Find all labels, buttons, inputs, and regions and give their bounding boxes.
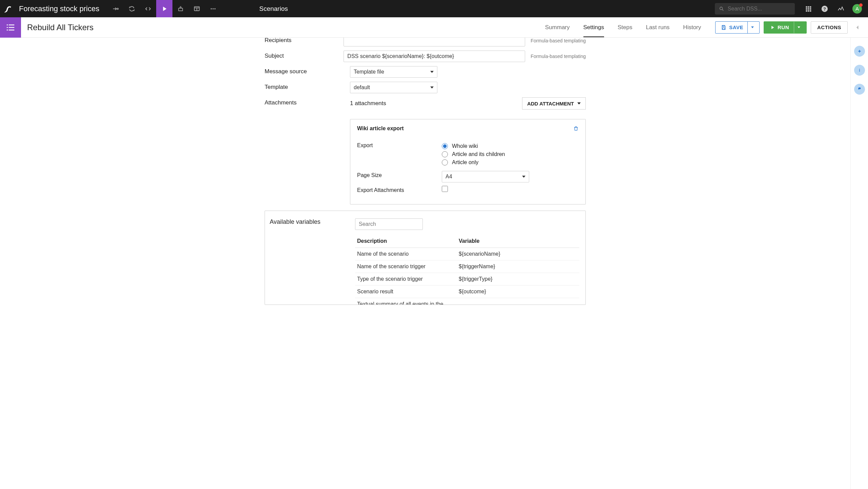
actions-button-label: ACTIONS	[817, 24, 841, 30]
svg-rect-23	[9, 30, 14, 31]
chevron-down-icon	[522, 176, 525, 178]
nav-dashboard-icon[interactable]	[189, 0, 205, 17]
variables-header-variable: Variable	[457, 235, 579, 248]
add-attachment-label: ADD ATTACHMENT	[527, 101, 574, 106]
table-row[interactable]: Textual summary of all events in the sce…	[355, 298, 579, 305]
scenario-list-icon[interactable]	[0, 17, 21, 38]
global-search-input[interactable]	[728, 6, 791, 12]
collapse-panel-icon[interactable]	[852, 24, 864, 31]
svg-rect-9	[810, 6, 811, 7]
nav-code-icon[interactable]	[140, 0, 156, 17]
product-logo[interactable]	[0, 4, 16, 13]
tab-summary[interactable]: Summary	[545, 17, 570, 37]
rail-info-icon[interactable]	[854, 65, 865, 76]
variables-search-input[interactable]	[355, 218, 423, 230]
page-size-label: Page Size	[357, 171, 442, 178]
rail-add-icon[interactable]	[854, 46, 865, 57]
table-row[interactable]: Name of the scenario${scenarioName}	[355, 248, 579, 260]
page-size-select[interactable]: A4	[442, 171, 529, 182]
breadcrumb-scenarios[interactable]: Scenarios	[259, 5, 288, 13]
svg-point-28	[859, 69, 860, 70]
subject-hint: Formula-based templating	[531, 54, 586, 59]
user-avatar[interactable]: A	[849, 0, 865, 17]
svg-point-6	[720, 7, 723, 9]
variable-description: Name of the scenario	[355, 248, 457, 260]
export-option-children[interactable]: Article and its children	[442, 151, 579, 157]
nav-recycle-icon[interactable]	[124, 0, 140, 17]
apps-grid-icon[interactable]	[800, 0, 817, 17]
nav-flow-icon[interactable]	[107, 0, 124, 17]
save-button[interactable]: SAVE	[715, 21, 760, 34]
actions-button[interactable]: ACTIONS	[811, 21, 848, 34]
save-dropdown-icon[interactable]	[747, 22, 754, 33]
export-option-only[interactable]: Article only	[442, 159, 579, 165]
chevron-down-icon	[577, 102, 581, 104]
export-radio-group: Whole wiki Article and its children Arti…	[442, 141, 579, 168]
subbar: Rebuild All Tickers Summary Settings Ste…	[0, 17, 868, 38]
tab-settings[interactable]: Settings	[583, 17, 604, 37]
nav-dataset-icon[interactable]	[172, 0, 189, 17]
svg-rect-10	[806, 8, 807, 9]
tab-last-runs[interactable]: Last runs	[646, 17, 669, 37]
export-attachments-checkbox[interactable]	[442, 186, 448, 192]
svg-rect-7	[806, 6, 807, 7]
avatar-initial: A	[855, 6, 859, 12]
run-dropdown-icon[interactable]	[794, 22, 800, 33]
table-row[interactable]: Name of the scenario trigger${triggerNam…	[355, 260, 579, 273]
recipients-input[interactable]	[344, 38, 525, 46]
help-icon[interactable]: ?	[817, 0, 833, 17]
search-icon	[719, 6, 724, 12]
svg-rect-21	[9, 27, 14, 28]
variable-expression: ${scenarioName}	[457, 248, 579, 260]
variable-expression: ${outcome}	[457, 286, 579, 298]
svg-point-3	[211, 8, 212, 9]
tab-history[interactable]: History	[683, 17, 701, 37]
variable-description: Name of the scenario trigger	[355, 260, 457, 273]
project-name[interactable]: Forecasting stock prices	[19, 4, 99, 13]
message-source-select[interactable]: Template file	[350, 66, 437, 78]
run-button[interactable]: RUN	[764, 21, 807, 34]
add-attachment-button[interactable]: ADD ATTACHMENT	[522, 97, 586, 110]
nav-more-icon[interactable]	[205, 0, 221, 17]
svg-text:?: ?	[823, 6, 826, 11]
global-search[interactable]	[715, 3, 795, 15]
svg-rect-19	[9, 24, 14, 25]
variable-description: Scenario result	[355, 286, 457, 298]
svg-rect-15	[810, 10, 811, 12]
table-row[interactable]: Scenario result${outcome}	[355, 286, 579, 298]
svg-rect-25	[723, 27, 725, 29]
template-value: default	[354, 84, 370, 91]
subject-label: Subject	[265, 51, 344, 59]
table-row[interactable]: Type of the scenario trigger${triggerTyp…	[355, 273, 579, 286]
svg-rect-1	[179, 8, 183, 11]
variable-expression: ${triggerType}	[457, 273, 579, 286]
variables-table: Description Variable Name of the scenari…	[355, 235, 579, 305]
tab-steps[interactable]: Steps	[618, 17, 632, 37]
attachments-label: Attachments	[265, 97, 350, 106]
subject-input[interactable]	[344, 51, 525, 62]
run-button-label: RUN	[778, 24, 789, 30]
variables-table-scroll[interactable]: Description Variable Name of the scenari…	[355, 230, 581, 305]
activity-icon[interactable]	[833, 0, 849, 17]
svg-rect-18	[7, 24, 8, 25]
svg-rect-11	[808, 8, 809, 9]
available-variables-section: Available variables Description Variable…	[265, 211, 586, 305]
svg-rect-24	[723, 25, 725, 26]
attachment-title: Wiki article export	[357, 125, 404, 132]
content-scroll[interactable]: Recipients Formula-based templating Subj…	[0, 38, 850, 489]
save-icon	[721, 25, 726, 30]
message-source-label: Message source	[265, 66, 350, 75]
svg-rect-22	[7, 30, 8, 31]
right-rail	[850, 38, 868, 489]
rail-chat-icon[interactable]	[854, 84, 865, 95]
svg-point-0	[117, 8, 119, 9]
delete-attachment-icon[interactable]	[573, 126, 579, 131]
svg-rect-13	[806, 10, 807, 12]
recipients-hint: Formula-based templating	[531, 38, 586, 43]
nav-play-icon[interactable]	[156, 0, 172, 17]
template-select[interactable]: default	[350, 82, 437, 93]
svg-point-5	[214, 8, 216, 9]
variable-expression: ${allEventsSummary}	[457, 298, 579, 305]
export-option-whole[interactable]: Whole wiki	[442, 143, 579, 149]
svg-rect-12	[810, 8, 811, 9]
